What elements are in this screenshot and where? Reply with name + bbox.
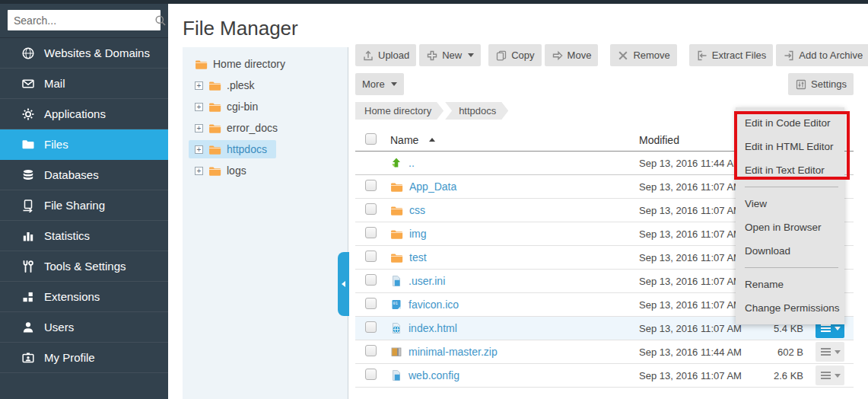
copy-button[interactable]: Copy [488,44,541,66]
sidebar-item-label: Databases [44,168,99,181]
file-link[interactable]: index.html [409,322,457,334]
upload-button[interactable]: Upload [355,44,416,66]
row-checkbox[interactable] [365,274,377,286]
expand-icon[interactable]: + [195,103,203,111]
add-to-archive-button[interactable]: Add to Archive [776,44,868,66]
file-link[interactable]: .user.ini [409,275,445,287]
sidebar-item-file-sharing[interactable]: File Sharing [0,190,168,221]
menu-item-change-permissions[interactable]: Change Permissions [736,296,844,320]
expand-icon[interactable]: + [195,81,203,90]
folder-icon [208,165,221,177]
sidebar-item-files[interactable]: Files [0,129,168,160]
sidebar-item-tools-settings[interactable]: Tools & Settings [0,251,168,282]
sidebar-item-my-profile[interactable]: My Profile [0,343,168,373]
sidebar-item-databases[interactable]: Databases [0,160,168,190]
tree-item-logs[interactable]: + logs [183,160,348,181]
column-header-name[interactable]: Name [390,134,639,146]
sidebar-item-label: Files [44,138,68,151]
menu-item-open-in-browser[interactable]: Open in Browser [736,215,844,239]
row-checkbox[interactable] [365,369,377,380]
folder-icon [208,123,221,134]
menu-divider [745,267,838,268]
top-bar [0,0,868,4]
tree-item-error-docs[interactable]: + error_docs [183,117,348,139]
chevron-down-icon [468,53,474,57]
chevron-down-icon [835,350,841,354]
new-button[interactable]: New [419,44,481,66]
tree-item-label: cgi-bin [227,101,258,113]
menu-item-download[interactable]: Download [736,239,844,263]
file-link[interactable]: App_Data [409,180,456,193]
row-checkbox[interactable] [365,203,377,215]
sidebar-item-statistics[interactable]: Statistics [0,221,168,251]
file-link[interactable]: test [409,251,427,263]
extract-files-button[interactable]: Extract Files [689,44,774,66]
binary-file-icon: 01 [390,298,402,311]
row-actions-menu-button[interactable] [816,342,844,362]
folder-icon [208,144,221,155]
tree-item-httpdocs[interactable]: + httpdocs [183,139,348,160]
sidebar-item-extensions[interactable]: Extensions [0,282,168,312]
file-link[interactable]: css [409,204,425,216]
move-button[interactable]: Move [545,44,599,66]
tree-collapse-handle[interactable] [338,252,349,316]
menu-item-rename[interactable]: Rename [736,273,844,296]
row-checkbox[interactable] [365,227,377,238]
sidebar-item-applications[interactable]: Applications [0,99,168,129]
menu-item-view[interactable]: View [736,192,844,215]
file-link[interactable]: web.config [409,369,459,381]
expand-icon[interactable]: + [195,145,203,154]
breadcrumb-httpdocs[interactable]: httpdocs [445,102,508,120]
database-icon [20,168,36,182]
folder-icon [390,252,403,263]
breadcrumb-home-directory[interactable]: Home directory [355,102,444,120]
menu-item-edit-in-text-editor[interactable]: Edit in Text Editor [736,158,844,182]
menu-item-edit-in-code-editor[interactable]: Edit in Code Editor [736,111,844,135]
tools-icon [20,260,36,273]
expand-icon[interactable]: + [195,124,203,132]
row-actions-menu-button[interactable] [816,365,844,385]
button-label: Copy [511,49,534,61]
row-checkbox[interactable] [365,180,377,191]
more-button[interactable]: More [355,73,404,95]
expand-icon[interactable]: + [195,167,203,175]
tree-item-plesk[interactable]: + .plesk [183,75,348,96]
search-icon[interactable] [154,14,167,27]
gear-icon [20,107,36,121]
menu-item-edit-in-html-editor[interactable]: Edit in HTML Editor [736,135,844,158]
sidebar-item-mail[interactable]: Mail [0,69,168,99]
file-link[interactable]: favicon.ico [409,298,459,311]
chevron-down-icon [391,82,397,86]
tree-item-label: error_docs [227,122,278,134]
archive-icon [783,49,795,62]
file-link[interactable]: minimal-master.zip [409,346,498,358]
chevron-down-icon [835,374,841,378]
file-link[interactable]: img [409,228,427,240]
row-checkbox[interactable] [365,298,377,309]
tree-item-label: .plesk [227,79,255,91]
upload-icon [362,49,374,62]
button-label: Settings [811,78,847,90]
row-checkbox[interactable] [365,345,377,356]
tree-item-home-directory[interactable]: Home directory [183,53,348,75]
arrow-right-icon [552,49,564,62]
search-input[interactable] [8,14,154,27]
sidebar-item-label: Extensions [44,290,100,303]
document-icon [390,369,402,381]
sort-ascending-icon [429,138,435,142]
document-icon [390,275,402,287]
file-share-icon [20,199,36,212]
sidebar-item-users[interactable]: Users [0,312,168,343]
sidebar-item-websites-domains[interactable]: Websites & Domains [0,38,168,69]
remove-button[interactable]: Remove [610,44,676,66]
folder-icon [390,228,403,240]
row-checkbox[interactable] [365,321,377,333]
file-link[interactable]: .. [409,157,415,169]
file-size: 2.6 KB [758,370,803,381]
menu-divider [745,187,838,187]
select-all-checkbox[interactable] [365,133,377,145]
tree-item-cgi-bin[interactable]: + cgi-bin [183,96,348,117]
row-checkbox[interactable] [365,251,377,262]
sidebar-item-label: File Sharing [44,199,105,212]
settings-button[interactable]: Settings [788,73,854,95]
